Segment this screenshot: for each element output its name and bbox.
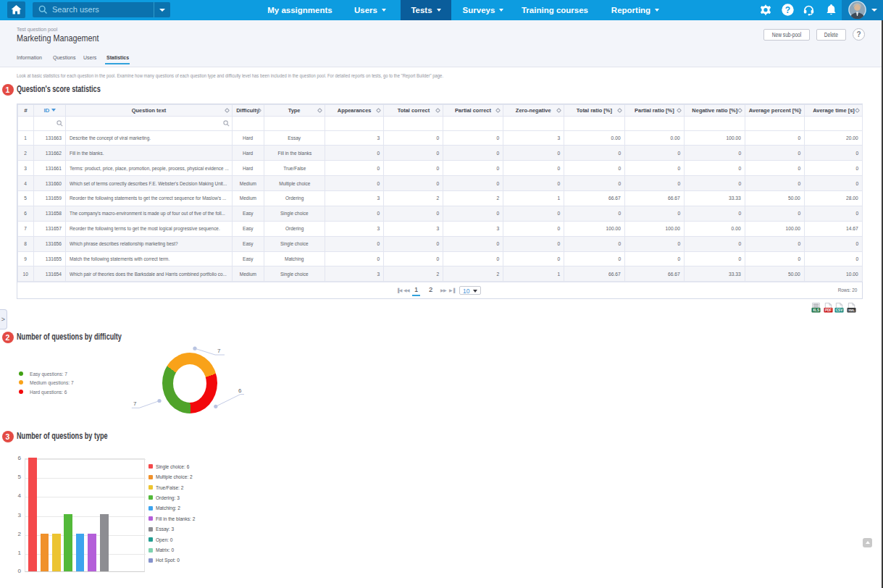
svg-text:CSV: CSV [836, 308, 843, 312]
svg-text:XLS: XLS [813, 308, 819, 312]
svg-text:XML: XML [848, 308, 855, 312]
svg-text:PDF: PDF [825, 308, 832, 312]
svg-text:?: ? [785, 5, 790, 15]
